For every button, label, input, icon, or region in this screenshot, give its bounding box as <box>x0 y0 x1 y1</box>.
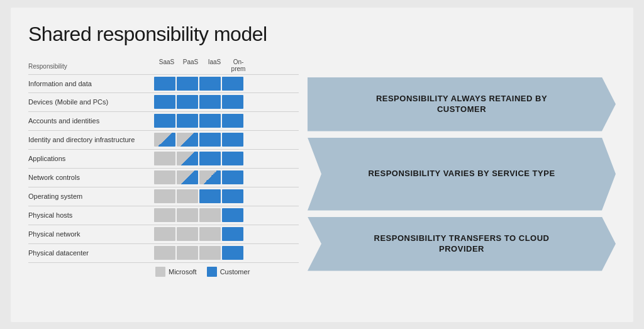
col-header-paas: PaaS <box>179 59 202 72</box>
cell-1-2 <box>199 95 221 109</box>
cell-2-1 <box>177 114 198 128</box>
legend-box-customer <box>207 267 217 277</box>
arrow-1: RESPONSIBILITY VARIES BY SERVICE TYPE <box>308 138 616 211</box>
col-header-iaas: IaaS <box>203 59 226 72</box>
col-header-responsibility: Responsibility <box>28 63 67 70</box>
legend-customer-label: Customer <box>220 268 250 276</box>
cell-7-3 <box>222 208 243 222</box>
cell-3-0 <box>154 133 175 147</box>
cell-0-1 <box>177 77 198 91</box>
arrow-text-0: RESPONSIBILITY ALWAYS RETAINED BY CUSTOM… <box>336 94 587 115</box>
page-title: Shared responsibility model <box>28 23 616 46</box>
cell-4-1 <box>177 152 198 165</box>
table-row: Physical hosts <box>28 206 299 225</box>
row-label: Operating system <box>28 192 154 200</box>
slide: Shared responsibility model Responsibili… <box>11 8 633 322</box>
row-label: Accounts and identities <box>28 117 154 125</box>
table-row: Operating system <box>28 187 299 206</box>
cell-9-0 <box>154 246 175 260</box>
cell-2-3 <box>222 114 243 128</box>
cell-5-1 <box>177 170 198 184</box>
cell-8-3 <box>222 227 243 241</box>
cell-8-0 <box>154 227 175 241</box>
row-label: Identity and directory infrastructure <box>28 136 154 143</box>
cell-3-3 <box>222 133 243 147</box>
col-header-saas: SaaS <box>155 59 178 72</box>
table-row: Network controls <box>28 169 299 187</box>
cell-7-1 <box>177 208 198 222</box>
cell-5-3 <box>222 170 243 184</box>
cell-1-3 <box>222 95 243 109</box>
cell-8-1 <box>177 227 198 241</box>
cell-0-2 <box>199 77 221 91</box>
cell-7-2 <box>199 208 221 222</box>
cell-6-3 <box>222 189 243 203</box>
cell-8-2 <box>199 227 221 241</box>
cell-1-1 <box>177 95 198 109</box>
cell-4-3 <box>222 152 243 165</box>
cell-1-0 <box>154 95 175 109</box>
table: Information and dataDevices (Mobile and … <box>28 74 299 263</box>
cell-4-0 <box>154 152 175 165</box>
row-label: Information and data <box>28 80 154 87</box>
table-row: Physical network <box>28 225 299 244</box>
arrow-text-1: RESPONSIBILITY VARIES BY SERVICE TYPE <box>349 169 574 179</box>
table-row: Identity and directory infrastructure <box>28 131 299 150</box>
legend: Microsoft Customer <box>155 267 299 277</box>
cell-9-2 <box>199 246 221 260</box>
table-row: Accounts and identities <box>28 112 299 131</box>
cell-0-3 <box>222 77 243 91</box>
row-label: Devices (Mobile and PCs) <box>28 98 154 106</box>
cell-3-1 <box>177 133 198 147</box>
cell-2-0 <box>154 114 175 128</box>
cell-6-2 <box>199 189 221 203</box>
cell-7-0 <box>154 208 175 222</box>
cell-9-3 <box>222 246 243 260</box>
main-layout: Responsibility SaaS PaaS IaaS On-prem In… <box>28 57 616 309</box>
cell-5-2 <box>199 170 221 184</box>
cell-0-0 <box>154 77 175 91</box>
legend-microsoft: Microsoft <box>155 267 197 277</box>
table-row: Information and data <box>28 74 299 93</box>
col-header-onprem: On-prem <box>227 59 250 72</box>
table-row: Physical datacenter <box>28 244 299 263</box>
cell-6-0 <box>154 189 175 203</box>
legend-box-microsoft <box>155 267 165 277</box>
cell-9-1 <box>177 246 198 260</box>
arrow-0: RESPONSIBILITY ALWAYS RETAINED BY CUSTOM… <box>308 77 616 131</box>
table-row: Devices (Mobile and PCs) <box>28 93 299 112</box>
table-row: Applications <box>28 150 299 169</box>
row-label: Physical hosts <box>28 211 154 219</box>
arrow-2: RESPONSIBILITY TRANSFERS TO CLOUD PROVID… <box>308 217 616 271</box>
cell-6-1 <box>177 189 198 203</box>
row-label: Network controls <box>28 174 154 181</box>
arrow-text-2: RESPONSIBILITY TRANSFERS TO CLOUD PROVID… <box>336 233 587 255</box>
cell-5-0 <box>154 170 175 184</box>
cell-4-2 <box>199 152 221 165</box>
row-label: Physical network <box>28 230 154 238</box>
cell-2-2 <box>199 114 221 128</box>
cell-3-2 <box>199 133 221 147</box>
legend-customer: Customer <box>207 267 250 277</box>
left-column: Responsibility SaaS PaaS IaaS On-prem In… <box>28 57 299 309</box>
right-column: RESPONSIBILITY ALWAYS RETAINED BY CUSTOM… <box>299 57 616 309</box>
row-label: Physical datacenter <box>28 249 154 257</box>
row-label: Applications <box>28 155 154 162</box>
legend-microsoft-label: Microsoft <box>169 268 197 276</box>
